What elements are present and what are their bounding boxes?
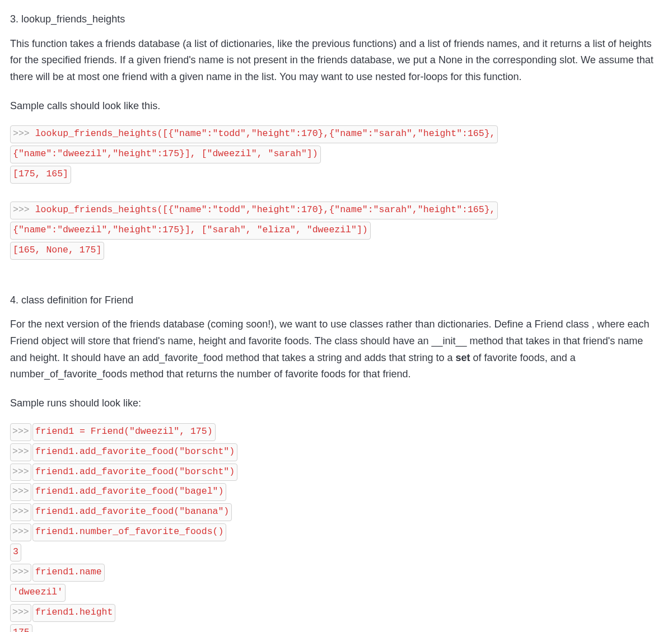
repl-prompt: >>> [10,464,31,481]
code-line: >>>friend1.add_favorite_food("banana") [10,502,662,522]
code-line: 'dweezil' [10,583,662,603]
section: 4. class definition for FriendFor the ne… [10,292,662,632]
document-content: 3. lookup_friends_heightsThis function t… [10,11,662,632]
repl-prompt: >>> [13,128,30,139]
section-description: For the next version of the friends data… [10,316,662,383]
code-text: {"name":"dweezil","height":175}], ["sara… [10,222,371,240]
code-line: [165, None, 175] [10,241,662,261]
repl-prompt: >>> [10,564,31,582]
section-title: 4. class definition for Friend [10,292,662,309]
code-line: >>> lookup_friends_heights([{"name":"tod… [10,124,662,144]
code-line: >>>friend1.add_favorite_food("bagel") [10,482,662,502]
code-text: friend1 = Friend("dweezil", 175) [32,423,216,441]
code-text: 'dweezil' [10,584,66,602]
code-line: >>>friend1 = Friend("dweezil", 175) [10,422,662,442]
code-text: 175 [10,624,32,632]
code-line: >>> lookup_friends_heights([{"name":"tod… [10,200,662,221]
code-line: [175, 165] [10,165,662,185]
code-block: >>> lookup_friends_heights([{"name":"tod… [10,200,662,261]
code-text: friend1.add_favorite_food("borscht") [32,464,237,481]
section-description: This function takes a friends database (… [10,36,662,86]
code-text: friend1.add_favorite_food("banana") [32,503,232,521]
code-line: >>>friend1.add_favorite_food("borscht") [10,442,662,462]
repl-prompt: >>> [10,503,31,521]
code-text: [165, None, 175] [10,242,104,260]
code-text: friend1.add_favorite_food("bagel") [32,483,227,501]
code-text: friend1.name [32,564,105,582]
code-text: friend1.height [32,604,116,622]
section: 3. lookup_friends_heightsThis function t… [10,11,662,261]
code-line: {"name":"dweezil","height":175}], ["sara… [10,221,662,241]
repl-prompt: >>> [13,204,30,215]
code-line: >>>friend1.add_favorite_food("borscht") [10,462,662,483]
code-line: >>>friend1.number_of_favorite_foods() [10,522,662,542]
repl-prompt: >>> [10,604,31,622]
code-line: >>>friend1.name [10,563,662,583]
code-text: friend1.number_of_favorite_foods() [32,523,227,541]
repl-prompt: >>> [10,523,31,541]
code-line: 3 [10,542,662,563]
sample-intro: Sample runs should look like: [10,395,662,412]
code-block: >>> lookup_friends_heights([{"name":"tod… [10,124,662,185]
repl-prompt: >>> [10,443,31,461]
code-line: {"name":"dweezil","height":175}], ["dwee… [10,144,662,165]
code-line: 175 [10,623,662,632]
repl-prompt: >>> [10,483,31,501]
code-text: friend1.add_favorite_food("borscht") [32,443,237,461]
code-line: >>>friend1.height [10,603,662,623]
code-text: >>> lookup_friends_heights([{"name":"tod… [10,202,498,219]
code-block: >>>friend1 = Friend("dweezil", 175)>>>fr… [10,422,662,632]
section-title: 3. lookup_friends_heights [10,11,662,28]
sample-intro: Sample calls should look like this. [10,98,662,115]
repl-prompt: >>> [10,423,31,441]
code-text: >>> lookup_friends_heights([{"name":"tod… [10,125,498,143]
code-text: [175, 165] [10,166,71,184]
code-text: 3 [10,544,21,561]
code-text: {"name":"dweezil","height":175}], ["dwee… [10,146,321,163]
